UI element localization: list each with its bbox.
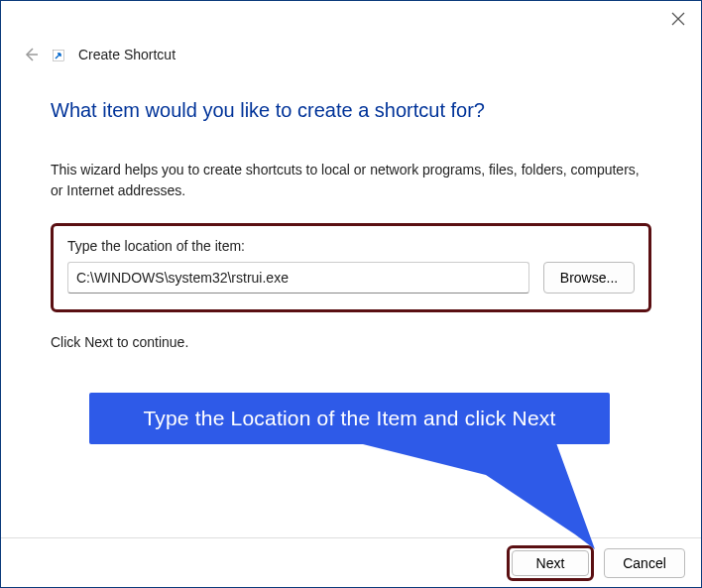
description-text: This wizard helps you to create shortcut… [51,160,651,201]
location-input[interactable] [67,262,529,294]
location-group-highlight: Type the location of the item: Browse... [51,223,651,312]
cancel-button[interactable]: Cancel [604,548,685,578]
main-heading: What item would you like to create a sho… [51,99,651,122]
next-button[interactable]: Next [512,550,589,576]
close-icon[interactable] [669,10,687,28]
continue-instruction: Click Next to continue. [51,334,651,350]
location-row: Browse... [67,262,635,294]
footer-bar: Next Cancel [1,537,701,587]
content-area: What item would you like to create a sho… [1,64,701,537]
page-title: Create Shortcut [78,47,176,62]
browse-button[interactable]: Browse... [543,262,635,294]
header-row: Create Shortcut [1,37,701,64]
wizard-window: Create Shortcut What item would you like… [0,0,702,588]
location-label: Type the location of the item: [67,238,635,254]
shortcut-overlay-icon [53,48,66,61]
next-button-highlight: Next [507,545,594,581]
back-arrow-icon[interactable] [21,45,41,64]
titlebar [1,1,701,37]
